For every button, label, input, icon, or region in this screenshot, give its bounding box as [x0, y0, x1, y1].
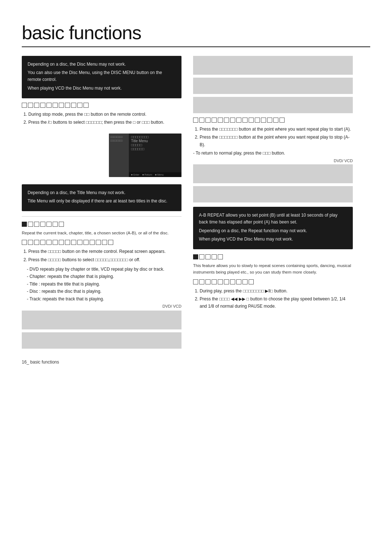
ab-repeat-steps: Press the □□□□□□□ button at the point wh… — [193, 126, 353, 148]
menu-item: □□□□□□ — [131, 147, 179, 151]
title-note-line-2: Title Menu will only be displayed if the… — [28, 198, 176, 205]
sq-icon — [218, 254, 223, 259]
slow-heading-icons — [193, 254, 353, 259]
gray-box-mid-2 — [193, 186, 353, 202]
ab-repeat-dark-note: A-B REPEAT allows you to set point (B) u… — [193, 207, 353, 249]
sq-icon — [71, 240, 76, 245]
bullet-2: Chapter: repeats the chapter that is pla… — [27, 273, 181, 280]
slow-sub-icons — [193, 279, 353, 284]
sq-icon — [273, 118, 278, 123]
gray-boxes-mid-right — [193, 164, 353, 202]
sq-icon — [212, 118, 217, 123]
gray-box-left-2 — [22, 332, 181, 349]
disc-menu-steps: During stop mode, press the □□ button on… — [22, 111, 181, 126]
sq-icon — [224, 118, 229, 123]
bullet-4: Disc : repeats the disc that is playing. — [27, 288, 181, 295]
sq-icon — [199, 279, 204, 284]
repeat-steps: Press the □□□□□ button on the remote con… — [22, 248, 181, 263]
repeat-step-2: Press the □□□□□ buttons to select □□□□□,… — [28, 256, 181, 263]
step-1: During stop mode, press the □□ button on… — [28, 111, 181, 118]
bullet-5: Track: repeats the track that is playing… — [27, 295, 181, 303]
sq-icon — [255, 118, 260, 123]
gray-box-right-3 — [193, 97, 353, 113]
sq-icon — [71, 103, 76, 108]
sq-icon — [205, 118, 211, 123]
slow-steps: During play, press the □□□□□□□□ ▶ll□ but… — [193, 287, 353, 310]
bullet-1: DVD repeats play by chapter or title, VC… — [27, 266, 181, 273]
gray-box-right-2 — [193, 78, 353, 94]
ab-repeat-icons — [193, 118, 353, 123]
left-column: Depending on a disc, the Disc Menu may n… — [22, 56, 181, 349]
sq-icon — [102, 240, 107, 245]
sq-icon — [34, 240, 39, 245]
sq-icon — [28, 103, 33, 108]
sq-icon — [242, 118, 248, 123]
sq-icon — [218, 118, 223, 123]
sq-icon — [230, 279, 235, 284]
sq-icon — [249, 279, 254, 284]
page-footer: 16_ basic functions — [22, 360, 370, 365]
sq-icon — [218, 279, 223, 284]
disc-menu-screenshot: □□□□□□□□ □□□□□□□□ □□□□□□□□ Title Menu □□… — [109, 134, 181, 177]
sq-icon — [28, 222, 33, 227]
sq-icon — [59, 103, 64, 108]
sq-icon — [199, 254, 204, 259]
sq-icon — [40, 103, 45, 108]
sq-icon — [199, 118, 204, 123]
footer-text: 16_ basic functions — [22, 360, 59, 365]
sq-icon — [96, 240, 101, 245]
dvd-vcd-label-right: DVD/ VCD — [193, 159, 353, 163]
disc-note-line-1: Depending on a disc, the Disc Menu may n… — [28, 61, 176, 68]
sq-icon — [77, 103, 82, 108]
menu-item: □□□□□ — [131, 143, 179, 147]
step-2: Press the /□ buttons to select □□□□□□; t… — [28, 119, 181, 126]
slow-desc: This feature allows you to slowly to rep… — [193, 262, 353, 276]
sq-icon — [22, 240, 27, 245]
sq-icon — [46, 222, 52, 227]
sq-icon — [249, 118, 254, 123]
ab-step-2: Press the □□□□□□□ button at the point wh… — [200, 134, 353, 148]
sq-icon — [212, 279, 217, 284]
sq-icon — [65, 240, 70, 245]
repeat-heading-icons — [22, 222, 181, 227]
sq-icon — [77, 240, 82, 245]
sq-icon — [279, 118, 285, 123]
bullet-3: Title : repeats the title that is playin… — [27, 280, 181, 288]
title-note-line-1: Depending on a disc, the Title Menu may … — [28, 189, 176, 196]
icon-row-1 — [22, 103, 181, 108]
sq-icon — [59, 240, 64, 245]
sq-icon — [34, 103, 39, 108]
sq-icon — [236, 118, 241, 123]
sq-icon — [28, 240, 33, 245]
sq-icon — [83, 103, 89, 108]
sq-icon — [108, 240, 113, 245]
disc-note-line-3: When playing VCD the Disc Menu may not w… — [28, 85, 176, 92]
sq-icon — [193, 118, 198, 123]
sq-icon — [53, 240, 58, 245]
menu-item: □□□□□□□□ — [131, 135, 179, 139]
repeat-bullets: DVD repeats play by chapter or title, VC… — [22, 266, 181, 303]
sq-icon — [224, 279, 229, 284]
bold-sq-icon — [22, 222, 27, 227]
separator — [22, 216, 181, 217]
sq-icon — [236, 279, 241, 284]
sq-icon — [46, 103, 52, 108]
sq-icon — [34, 222, 39, 227]
sq-icon — [40, 222, 45, 227]
sq-icon — [40, 240, 45, 245]
sq-icon — [22, 103, 27, 108]
gray-boxes-top-right — [193, 56, 353, 113]
sq-icon — [90, 240, 95, 245]
bold-sq-icon — [193, 254, 198, 259]
disc-footer: ■ Enter ■ Return ■ Menu — [129, 172, 181, 177]
menu-item-active: Title Menu — [131, 139, 179, 143]
disc-menu-note-box-2: Depending on a disc, the Title Menu may … — [22, 184, 181, 211]
repeat-desc: Repeat the current track, chapter, title… — [22, 230, 181, 236]
dvd-vcd-label-left: DVD/ VCD — [22, 304, 181, 308]
ab-return-note: - To return to normal play, press the □□… — [193, 151, 353, 156]
sq-icon — [212, 254, 217, 259]
gray-box-mid-1 — [193, 164, 353, 183]
sq-icon — [205, 254, 211, 259]
disc-note-line-2: You can also use the Disc Menu, using th… — [28, 69, 176, 83]
sq-icon — [267, 118, 272, 123]
